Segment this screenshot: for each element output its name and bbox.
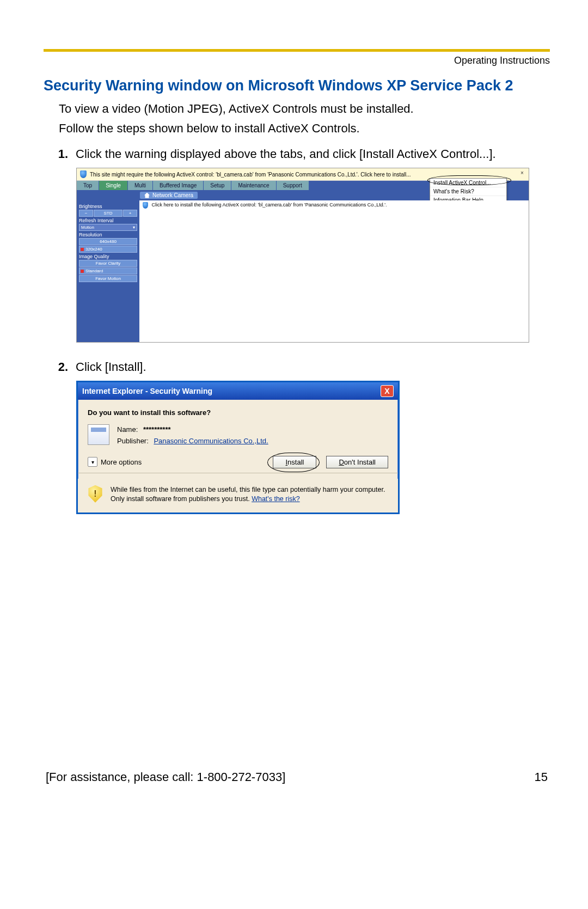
chevron-down-icon: ▾ xyxy=(88,457,97,467)
intro-line-1: To view a video (Motion JPEG), ActiveX C… xyxy=(44,101,550,117)
figure-security-dialog: Internet Explorer - Security Warning X D… xyxy=(76,381,550,514)
tab-maintenance[interactable]: Maintenance xyxy=(231,181,276,190)
warning-text: While files from the Internet can be use… xyxy=(111,486,385,503)
quality-motion-button[interactable]: Favor Motion xyxy=(79,275,137,282)
chevron-down-icon: ▾ xyxy=(133,225,135,230)
resolution-320-button[interactable]: 320x240 xyxy=(79,246,137,253)
resolution-640-button[interactable]: 640x480 xyxy=(79,238,137,245)
dialog-title-text: Internet Explorer - Security Warning xyxy=(82,387,212,395)
close-icon[interactable]: × xyxy=(519,170,525,176)
software-name-row: Name: ********** xyxy=(117,425,268,434)
dialog-close-button[interactable]: X xyxy=(381,385,394,397)
step-2-number: 2. xyxy=(44,359,76,375)
tab-setup[interactable]: Setup xyxy=(204,181,231,190)
label-resolution: Resolution xyxy=(79,232,137,237)
publisher-link[interactable]: Panasonic Communications Co.,Ltd. xyxy=(154,437,268,445)
label-image-quality: Image Quality xyxy=(79,254,137,259)
dont-install-button[interactable]: Don't Install xyxy=(326,456,388,468)
shield-icon xyxy=(80,170,87,178)
page-title: Security Warning window on Microsoft Win… xyxy=(44,77,550,94)
camera-sidebar: Brightness − STD + Refresh Interval Moti… xyxy=(77,200,139,342)
step-2-text: Click [Install]. xyxy=(76,359,550,375)
intro-line-2: Follow the steps shown below to install … xyxy=(44,120,550,137)
quality-clarity-button[interactable]: Favor Clarity xyxy=(79,260,137,267)
page-footer: [For assistance, please call: 1-800-272-… xyxy=(44,770,550,784)
brightness-minus-button[interactable]: − xyxy=(79,210,93,217)
tab-buffered-image[interactable]: Buffered Image xyxy=(153,181,204,190)
step-1-number: 1. xyxy=(44,146,76,162)
dialog-warning-footer: While files from the Internet can be use… xyxy=(78,479,398,513)
quality-standard-button[interactable]: Standard xyxy=(79,267,137,274)
dialog-titlebar: Internet Explorer - Security Warning X xyxy=(78,382,398,400)
page-number: 15 xyxy=(535,770,548,784)
step-1: 1. Click the warning displayed above the… xyxy=(44,146,550,162)
menu-install-activex[interactable]: Install ActiveX Control... xyxy=(430,179,506,187)
dialog-divider xyxy=(78,473,398,473)
assistance-text: [For assistance, please call: 1-800-272-… xyxy=(46,770,285,784)
activex-information-bar[interactable]: This site might require the following Ac… xyxy=(77,168,529,181)
shield-icon xyxy=(143,202,148,209)
document-page: Operating Instructions Security Warning … xyxy=(0,0,588,909)
network-camera-label: Network Camera xyxy=(152,192,193,198)
more-options-label: More options xyxy=(101,458,142,466)
software-name-value: ********** xyxy=(143,425,171,434)
home-icon xyxy=(144,193,150,198)
infobar-text: This site might require the following Ac… xyxy=(90,172,411,178)
content-activex-text: Click here to install the following Acti… xyxy=(152,202,387,208)
dialog-question: Do you want to install this software? xyxy=(88,408,388,417)
label-brightness: Brightness xyxy=(79,204,137,209)
top-rule xyxy=(44,49,550,52)
brightness-std-button[interactable]: STD xyxy=(94,210,122,217)
camera-content-area: Click here to install the following Acti… xyxy=(139,200,529,342)
tab-support[interactable]: Support xyxy=(277,181,309,190)
software-window-icon xyxy=(88,424,109,445)
tab-single[interactable]: Single xyxy=(99,181,128,190)
step-1-text: Click the warning displayed above the ta… xyxy=(76,146,550,162)
refresh-interval-select[interactable]: Motion ▾ xyxy=(79,224,137,231)
warning-shield-icon xyxy=(88,485,103,503)
header-label: Operating Instructions xyxy=(44,55,550,66)
figure-infobar-screenshot: This site might require the following Ac… xyxy=(76,168,550,343)
tab-top[interactable]: Top xyxy=(77,181,99,190)
tab-multi[interactable]: Multi xyxy=(128,181,153,190)
more-options-toggle[interactable]: ▾ More options xyxy=(88,457,142,467)
network-camera-pill[interactable]: Network Camera xyxy=(139,191,198,199)
publisher-label: Publisher: xyxy=(117,437,149,445)
menu-whats-the-risk[interactable]: What's the Risk? xyxy=(430,187,506,196)
name-label: Name: xyxy=(117,425,138,434)
install-button[interactable]: Install xyxy=(273,456,316,468)
step-2: 2. Click [Install]. xyxy=(44,359,550,375)
whats-the-risk-link[interactable]: What's the risk? xyxy=(252,495,300,503)
label-refresh-interval: Refresh Interval xyxy=(79,218,137,223)
security-warning-dialog: Internet Explorer - Security Warning X D… xyxy=(76,381,400,514)
publisher-row: Publisher: Panasonic Communications Co.,… xyxy=(117,437,268,445)
brightness-plus-button[interactable]: + xyxy=(123,210,137,217)
